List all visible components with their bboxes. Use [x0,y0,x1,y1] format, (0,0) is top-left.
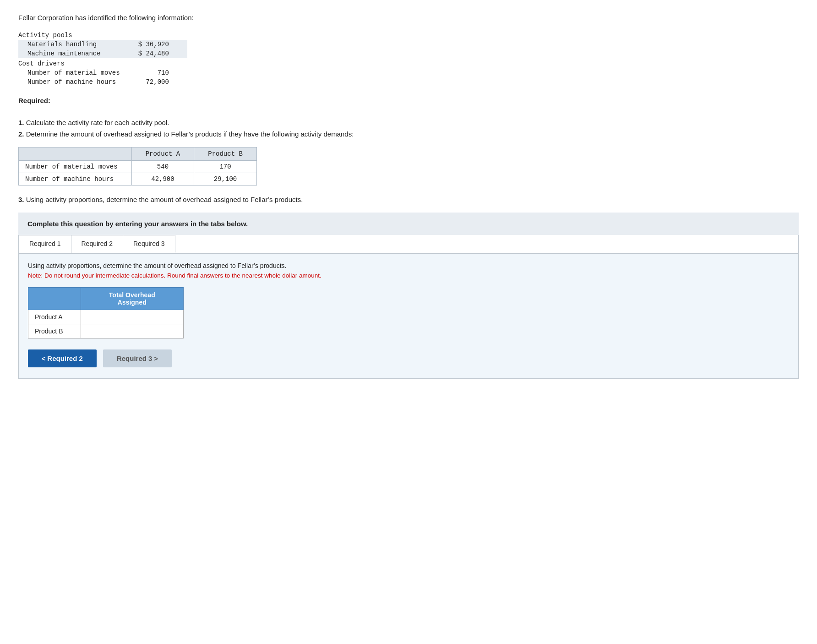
answer-table-header: Total OverheadAssigned [81,288,183,310]
product-b-input-cell[interactable] [81,324,183,338]
item1-num: 1. [18,119,24,126]
ad-row2-product-a: 42,900 [131,173,194,186]
tab3-note: Note: Do not round your intermediate cal… [28,272,789,279]
materials-handling-label: Materials handling [18,40,138,49]
materials-handling-value: $ 36,920 [138,40,187,49]
activity-pools-header: Activity pools [18,30,138,40]
tab-required1[interactable]: Required 1 [19,235,71,253]
product-a-label: Product A [28,310,81,324]
next-button-label: Required 3 [117,355,154,362]
complete-box: Complete this question by entering your … [18,213,799,235]
tabs-row: Required 1 Required 2 Required 3 [19,235,798,254]
next-button[interactable]: Required 3 > [103,349,172,367]
item1-text: Calculate the activity rate for each act… [26,119,169,126]
machine-hours-label: Number of machine hours [18,77,138,87]
tab-required1-label: Required 1 [29,240,61,247]
next-arrow-icon: > [154,355,158,362]
product-a-input[interactable] [81,310,183,324]
ad-header-product-a: Product A [131,147,194,161]
ad-row1-label: Number of material moves [19,161,132,173]
product-a-input-cell[interactable] [81,310,183,324]
tabs-container: Required 1 Required 2 Required 3 Using a… [18,235,799,379]
answer-table: Total OverheadAssigned Product A Product… [28,287,184,338]
numbered-list: 1. Calculate the activity rate for each … [18,119,799,138]
cost-drivers-value [138,58,187,68]
prev-button-label: Required 2 [47,355,83,362]
item3-desc: Using activity proportions, determine th… [26,196,303,203]
tab-required2[interactable]: Required 2 [71,235,124,253]
item2-num: 2. [18,130,24,138]
prev-button[interactable]: < Required 2 [28,349,97,367]
machine-hours-value: 72,000 [138,77,187,87]
item2-text: Determine the amount of overhead assigne… [26,130,354,138]
ad-header-empty [19,147,132,161]
machine-maintenance-label: Machine maintenance [18,49,138,58]
tab3-description: Using activity proportions, determine th… [28,262,789,269]
table-row: Number of material moves 540 170 [19,161,257,173]
table-row: Number of machine hours 42,900 29,100 [19,173,257,186]
answer-table-corner [28,288,81,310]
product-b-input[interactable] [81,324,183,338]
activity-pools-value [138,30,187,40]
list-item-2: 2. Determine the amount of overhead assi… [18,130,799,138]
ad-header-product-b: Product B [194,147,257,161]
intro-text: Fellar Corporation has identified the fo… [18,14,799,22]
complete-box-text: Complete this question by entering your … [27,220,248,228]
tab-required3[interactable]: Required 3 [123,235,175,253]
list-item-1: 1. Calculate the activity rate for each … [18,119,799,126]
tab-required2-label: Required 2 [82,240,113,247]
tab-required3-label: Required 3 [133,240,165,247]
buttons-row: < Required 2 Required 3 > [28,349,789,367]
material-moves-label: Number of material moves [18,68,138,77]
item3-text: 3. Using activity proportions, determine… [18,196,799,203]
machine-maintenance-value: $ 24,480 [138,49,187,58]
total-overhead-label: Total OverheadAssigned [109,291,155,306]
required-label: Required: [18,97,799,104]
ad-row1-product-a: 540 [131,161,194,173]
info-table: Activity pools Materials handling $ 36,9… [18,30,187,87]
activity-demands-table: Product A Product B Number of material m… [18,147,257,186]
material-moves-value: 710 [138,68,187,77]
cost-drivers-header: Cost drivers [18,58,138,68]
ad-row2-product-b: 29,100 [194,173,257,186]
prev-arrow-icon: < [42,355,45,362]
item3-num: 3. [18,196,24,203]
table-row: Product B [28,324,184,338]
ad-row1-product-b: 170 [194,161,257,173]
ad-row2-label: Number of machine hours [19,173,132,186]
product-b-label: Product B [28,324,81,338]
table-row: Product A [28,310,184,324]
tab3-content: Using activity proportions, determine th… [19,254,798,378]
